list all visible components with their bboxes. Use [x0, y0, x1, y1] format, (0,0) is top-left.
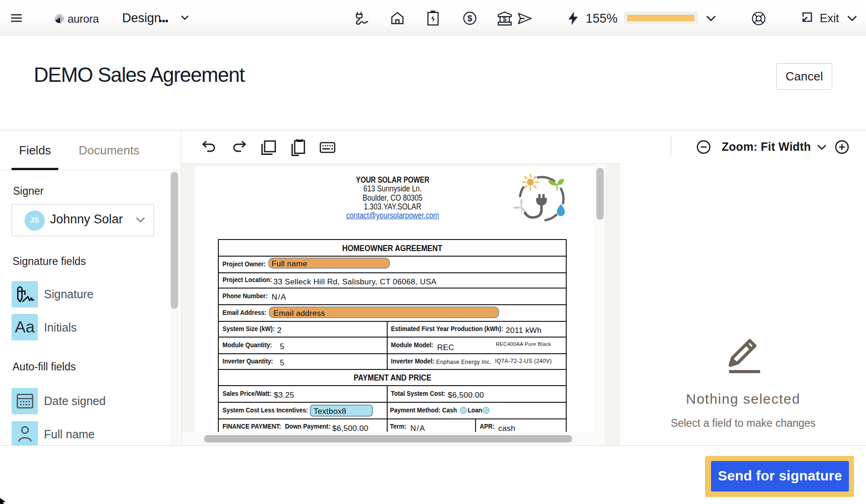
svg-text:$: $: [467, 13, 472, 23]
svg-text:$: $: [503, 15, 507, 23]
